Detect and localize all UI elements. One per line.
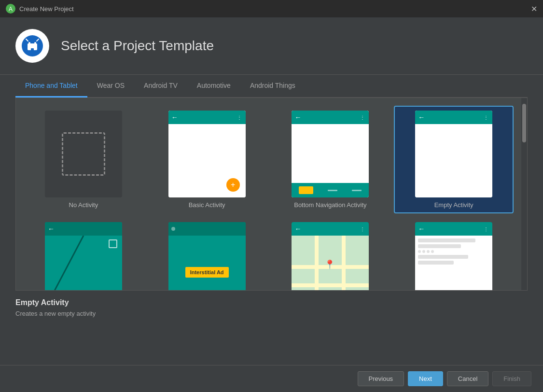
list-line2 (418, 244, 461, 248)
basic-activity-preview: ← ⋮ + (168, 111, 246, 197)
template-no-activity[interactable]: No Activity (24, 106, 143, 213)
list-line3 (418, 255, 468, 259)
interstitial-toolbar (168, 222, 246, 236)
dot1 (171, 227, 175, 231)
finish-button[interactable]: Finish (492, 371, 531, 386)
tab-android-things[interactable]: Android Things (240, 75, 305, 98)
title-bar-left: A Create New Project (6, 4, 74, 14)
templates-grid: No Activity ← ⋮ + Basic Activity (16, 98, 521, 290)
map-pin-icon: 📍 (324, 259, 335, 270)
menu-dots-icon3: ⋮ (484, 115, 489, 120)
basic-toolbar: ← ⋮ (168, 111, 246, 124)
template-empty-activity[interactable]: ← ⋮ Empty Activity (394, 106, 514, 213)
interstitial-preview-card: Interstitial Ad (168, 222, 246, 290)
bottom-nav-toolbar: ← ⋮ (292, 111, 369, 124)
templates-wrapper: No Activity ← ⋮ + Basic Activity (15, 98, 528, 291)
list-content (415, 236, 492, 290)
map-toolbar: ← ⋮ (292, 222, 369, 236)
svg-line-9 (45, 236, 84, 290)
list-line1 (418, 238, 475, 242)
previous-button[interactable]: Previous (358, 371, 404, 386)
scrollbar[interactable] (521, 98, 527, 290)
android-logo-svg (20, 34, 44, 58)
title-bar: A Create New Project ✕ (0, 0, 543, 17)
scrollbar-thumb[interactable] (522, 104, 526, 142)
empty-toolbar: ← ⋮ (415, 111, 492, 124)
menu-dots-icon4: ⋮ (360, 226, 366, 232)
basic-activity-label: Basic Activity (189, 201, 225, 209)
no-activity-label: No Activity (69, 201, 98, 209)
empty-activity-preview: ← ⋮ (415, 111, 492, 197)
tab-phone-tablet[interactable]: Phone and Tablet (15, 75, 87, 98)
svg-point-4 (28, 42, 30, 44)
selected-template-title: Empty Activity (15, 298, 528, 307)
close-button[interactable]: ✕ (531, 4, 537, 14)
back-arrow-icon6: ← (418, 225, 425, 233)
bottom-nav-preview: ← ⋮ (292, 111, 369, 197)
bottom-nav-content (292, 124, 369, 183)
interstitial-content: Interstitial Ad (168, 236, 246, 290)
fullscreen-preview-card: ← (45, 222, 122, 290)
main-content: Phone and Tablet Wear OS Android TV Auto… (0, 75, 543, 291)
list-line4 (418, 261, 454, 265)
map-content: 📍 (292, 236, 369, 290)
menu-dots-icon: ⋮ (237, 115, 243, 120)
back-arrow-icon2: ← (294, 113, 301, 121)
cancel-button[interactable]: Cancel (447, 371, 488, 386)
list-toolbar: ← ⋮ (415, 222, 492, 236)
scrolling-preview-card: ← ⋮ (415, 222, 492, 290)
template-fullscreen[interactable]: ← Fullscreen Activity (24, 217, 143, 290)
svg-rect-8 (31, 48, 34, 52)
back-arrow-icon3: ← (418, 113, 425, 121)
selected-template-description: Creates a new empty activity (15, 310, 528, 317)
basic-content: + (168, 124, 246, 197)
back-arrow-icon: ← (171, 113, 178, 121)
no-activity-preview (45, 111, 122, 197)
dashed-box (62, 132, 105, 176)
bottom-nav-bar (292, 183, 369, 197)
back-arrow-icon5: ← (294, 225, 301, 233)
tab-android-tv[interactable]: Android TV (134, 75, 187, 98)
bottom-nav-label: Bottom Navigation Activity (294, 201, 366, 209)
template-scrolling[interactable]: ← ⋮ (394, 217, 514, 290)
header: Select a Project Template (0, 17, 543, 75)
empty-activity-label: Empty Activity (434, 201, 473, 209)
bottom-nav-item3 (352, 190, 362, 191)
page-title: Select a Project Template (61, 38, 214, 54)
bottom-nav-item1 (299, 186, 313, 194)
menu-dots-icon2: ⋮ (360, 115, 366, 120)
svg-point-5 (34, 42, 36, 44)
template-maps[interactable]: ← ⋮ 📍 Google Maps Activity (271, 217, 390, 290)
empty-content (415, 124, 492, 197)
bottom-nav-item2 (328, 190, 337, 191)
maps-preview-card: ← ⋮ 📍 (292, 222, 369, 290)
footer: Previous Next Cancel Finish (0, 365, 543, 392)
title-bar-text: Create New Project (19, 5, 74, 13)
template-basic-activity[interactable]: ← ⋮ + Basic Activity (147, 106, 267, 213)
list-dots (418, 250, 489, 253)
tab-automotive[interactable]: Automotive (187, 75, 240, 98)
back-arrow-icon4: ← (48, 225, 55, 233)
menu-dots-icon5: ⋮ (484, 226, 489, 232)
android-studio-logo (15, 29, 49, 63)
app-icon: A (6, 4, 15, 14)
interstitial-badge: Interstitial Ad (185, 267, 229, 278)
template-bottom-nav[interactable]: ← ⋮ Bottom Navigation Activity (271, 106, 390, 213)
tabs-container: Phone and Tablet Wear OS Android TV Auto… (15, 75, 528, 98)
tab-wear-os[interactable]: Wear OS (87, 75, 134, 98)
diagonal-line (45, 236, 122, 290)
fab-icon: + (226, 178, 240, 192)
fullscreen-toolbar: ← (45, 222, 122, 236)
next-button[interactable]: Next (408, 371, 443, 386)
description-section: Empty Activity Creates a new empty activ… (0, 291, 543, 325)
svg-text:A: A (9, 6, 13, 13)
template-interstitial[interactable]: Interstitial Ad Interstitial Ad (147, 217, 267, 290)
